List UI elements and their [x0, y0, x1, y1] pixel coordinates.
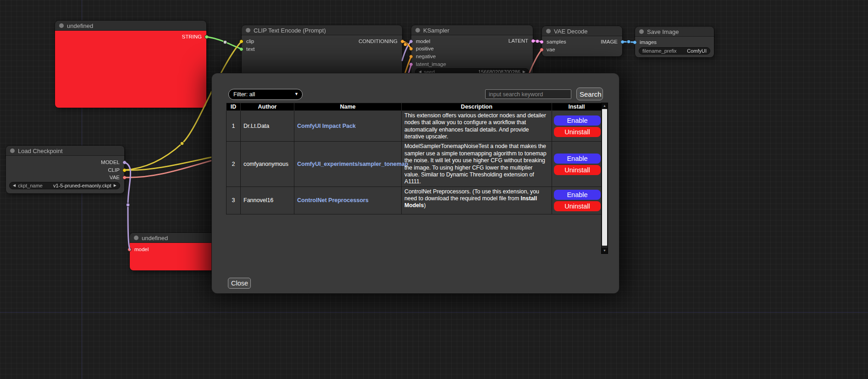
wire-clip-secondary — [124, 156, 216, 170]
node-titlebar[interactable]: undefined — [55, 21, 206, 31]
node-status-dot — [546, 29, 551, 33]
node-save-image[interactable]: Save Image images filename_prefix ComfyU… — [635, 27, 714, 57]
node-clip-text-encode[interactable]: CLIP Text Encode (Prompt) clip text COND… — [242, 25, 402, 77]
node-undefined-string[interactable]: undefined STRING — [55, 21, 206, 108]
extension-link[interactable]: ComfyUI_experiments/sampler_tonemap — [297, 161, 408, 167]
extension-author: Dr.Lt.Data — [241, 111, 294, 142]
input-port-vae[interactable]: vae — [540, 46, 555, 53]
node-title: Load Checkpoint — [18, 148, 63, 154]
extension-id: 3 — [227, 187, 241, 214]
node-titlebar[interactable]: KSampler — [411, 25, 533, 35]
node-title: undefined — [67, 22, 93, 29]
port-dot — [122, 168, 127, 172]
uninstall-button[interactable]: Uninstall — [554, 165, 601, 175]
column-header-id: ID — [227, 103, 241, 111]
widget-value: v1-5-pruned-emaonly.ckpt — [53, 183, 111, 188]
port-label: latent_image — [416, 61, 446, 67]
install-cell: Enable Uninstall — [552, 111, 602, 142]
port-dot — [409, 47, 413, 51]
search-input[interactable] — [485, 89, 571, 99]
workflow-canvas[interactable]: undefined STRING CLIP Text Encode (Promp… — [0, 0, 868, 379]
port-label: positive — [416, 46, 434, 51]
close-button[interactable]: Close — [228, 278, 251, 289]
uninstall-button[interactable]: Uninstall — [554, 127, 601, 137]
node-titlebar[interactable]: Save Image — [635, 27, 714, 37]
scroll-down-icon[interactable]: ▼ — [602, 248, 608, 253]
port-label: samples — [547, 39, 566, 44]
widget-label: ckpt_name — [18, 183, 43, 188]
extension-link[interactable]: ControlNet Preprocessors — [297, 197, 369, 203]
input-port-images[interactable]: images — [633, 39, 657, 45]
port-dot — [400, 39, 404, 44]
output-port-conditioning[interactable]: CONDITIONING — [359, 38, 404, 44]
port-label: model — [416, 38, 430, 44]
port-dot — [122, 160, 127, 165]
port-dot — [531, 39, 535, 43]
enable-button[interactable]: Enable — [554, 190, 601, 200]
node-status-dot — [10, 148, 15, 153]
scrollbar-thumb[interactable] — [602, 109, 607, 246]
port-label: MODEL — [101, 159, 120, 165]
port-dot — [409, 39, 413, 44]
table-scrollbar[interactable]: ▲ ▼ — [601, 103, 608, 254]
output-port-image[interactable]: IMAGE — [601, 38, 625, 45]
node-load-checkpoint[interactable]: Load Checkpoint MODEL CLIP VAE ◀ ckpt_na… — [6, 146, 124, 193]
description-text: ControlNet Preprocessors. (To use this e… — [404, 188, 539, 202]
filter-select[interactable]: Filter: all — [228, 89, 303, 100]
input-port-positive[interactable]: positive — [409, 45, 434, 52]
node-title: CLIP Text Encode (Prompt) — [254, 27, 326, 34]
wire-string-to-text — [206, 37, 242, 49]
output-port-vae[interactable]: VAE — [110, 174, 127, 181]
node-title: KSampler — [423, 27, 449, 34]
widget-value: ComfyUI — [687, 48, 707, 54]
port-label: vae — [547, 47, 555, 52]
node-title: Save Image — [647, 28, 679, 35]
extension-link[interactable]: ComfyUI Impact Pack — [297, 123, 356, 129]
description-tail: ) — [424, 202, 426, 209]
node-vae-decode[interactable]: VAE Decode samples vae IMAGE — [542, 26, 622, 56]
node-titlebar[interactable]: Load Checkpoint — [6, 146, 124, 156]
port-label: text — [246, 46, 255, 52]
port-dot — [239, 47, 243, 51]
input-port-negative[interactable]: negative — [409, 53, 436, 60]
link-midpoint-dot — [536, 39, 539, 43]
enable-button[interactable]: Enable — [554, 115, 601, 126]
node-titlebar[interactable]: CLIP Text Encode (Prompt) — [242, 25, 402, 35]
extension-table: ID Author Name Description Install 1 Dr.… — [226, 103, 602, 214]
input-port-samples[interactable]: samples — [540, 38, 566, 45]
output-port-clip[interactable]: CLIP — [108, 167, 127, 173]
port-label: VAE — [110, 175, 120, 180]
port-label: CLIP — [108, 167, 120, 173]
extension-description: ModelSamplerTonemapNoiseTest a node that… — [402, 142, 552, 187]
output-port-model[interactable]: MODEL — [101, 159, 127, 165]
install-cell: Enable Uninstall — [552, 142, 602, 187]
scroll-up-icon[interactable]: ▲ — [602, 103, 608, 109]
search-button[interactable]: Search — [576, 88, 603, 100]
node-status-dot — [134, 236, 138, 240]
column-header-author: Author — [241, 103, 294, 111]
filename-prefix-widget[interactable]: filename_prefix ComfyUI — [639, 47, 710, 55]
previous-icon[interactable]: ◀ — [13, 182, 16, 189]
node-status-dot — [639, 29, 644, 34]
input-port-text[interactable]: text — [239, 46, 255, 52]
node-status-dot — [415, 28, 420, 33]
output-port-string[interactable]: STRING — [182, 33, 209, 40]
node-ksampler[interactable]: KSampler model positive negative latent_… — [411, 25, 533, 78]
enable-button[interactable]: Enable — [554, 154, 601, 164]
node-titlebar[interactable]: VAE Decode — [542, 26, 622, 36]
input-port-model[interactable]: model — [127, 246, 149, 253]
uninstall-button[interactable]: Uninstall — [554, 201, 601, 211]
port-label: model — [134, 247, 149, 252]
input-port-clip[interactable]: clip — [239, 38, 254, 44]
input-port-model[interactable]: model — [409, 38, 430, 44]
input-port-latent-image[interactable]: latent_image — [409, 61, 446, 67]
output-port-latent[interactable]: LATENT — [509, 38, 535, 44]
port-label: images — [640, 39, 657, 45]
port-label: negative — [416, 54, 436, 59]
port-dot — [409, 62, 413, 66]
widget-label: filename_prefix — [642, 48, 677, 54]
port-dot — [620, 40, 625, 44]
ckpt-name-widget[interactable]: ◀ ckpt_name v1-5-pruned-emaonly.ckpt ▶ — [9, 182, 120, 189]
next-icon[interactable]: ▶ — [114, 182, 116, 189]
link-midpoint-dot — [627, 40, 630, 44]
